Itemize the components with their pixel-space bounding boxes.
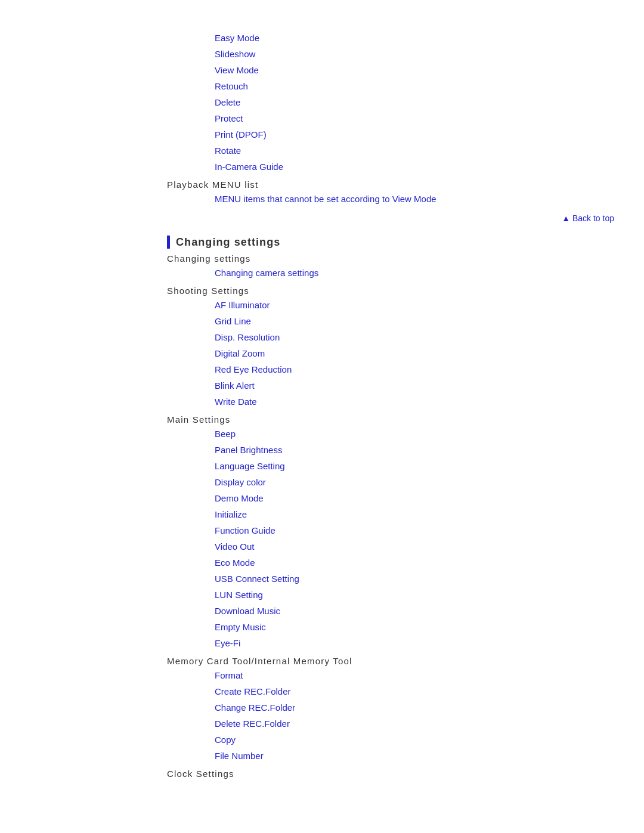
link-panel-brightness[interactable]: Panel Brightness <box>167 442 620 458</box>
link-change-rec-folder[interactable]: Change REC.Folder <box>167 699 620 716</box>
link-format[interactable]: Format <box>167 667 620 683</box>
link-download-music[interactable]: Download Music <box>167 603 620 619</box>
link-changing-camera-settings[interactable]: Changing camera settings <box>167 265 620 281</box>
changing-settings-title-row: Changing settings <box>167 236 620 249</box>
changing-settings-intro: Changing settings Changing camera settin… <box>167 253 620 281</box>
page-container: Easy Mode Slideshow View Mode Retouch De… <box>0 18 644 795</box>
link-lun-setting[interactable]: LUN Setting <box>167 587 620 603</box>
main-settings-section: Main Settings Beep Panel Brightness Lang… <box>167 414 620 651</box>
link-red-eye-reduction[interactable]: Red Eye Reduction <box>167 361 620 377</box>
link-protect[interactable]: Protect <box>167 110 620 126</box>
link-demo-mode[interactable]: Demo Mode <box>167 490 620 506</box>
link-digital-zoom[interactable]: Digital Zoom <box>167 345 620 361</box>
link-easy-mode[interactable]: Easy Mode <box>167 30 620 46</box>
link-rotate[interactable]: Rotate <box>167 143 620 159</box>
link-af-illuminator[interactable]: AF Illuminator <box>167 297 620 313</box>
link-copy[interactable]: Copy <box>167 732 620 748</box>
link-display-color[interactable]: Display color <box>167 474 620 490</box>
link-retouch[interactable]: Retouch <box>167 78 620 94</box>
changing-settings-title: Changing settings <box>176 236 280 249</box>
playback-links-section: Easy Mode Slideshow View Mode Retouch De… <box>167 30 620 175</box>
shooting-settings-section: Shooting Settings AF Illuminator Grid Li… <box>167 286 620 410</box>
section-title-bar <box>167 236 170 249</box>
back-to-top-container: Back to top <box>167 213 620 224</box>
link-function-guide[interactable]: Function Guide <box>167 522 620 538</box>
link-delete-rec-folder[interactable]: Delete REC.Folder <box>167 716 620 732</box>
link-initialize[interactable]: Initialize <box>167 506 620 522</box>
memory-card-header: Memory Card Tool/Internal Memory Tool <box>167 656 620 666</box>
playback-menu-section: Playback MENU list MENU items that canno… <box>167 179 620 207</box>
link-in-camera-guide[interactable]: In-Camera Guide <box>167 159 620 175</box>
link-file-number[interactable]: File Number <box>167 748 620 764</box>
back-to-top-link[interactable]: Back to top <box>562 213 614 223</box>
link-write-date[interactable]: Write Date <box>167 394 620 410</box>
link-menu-items-view-mode[interactable]: MENU items that cannot be set according … <box>167 191 620 207</box>
link-view-mode[interactable]: View Mode <box>167 62 620 78</box>
link-blink-alert[interactable]: Blink Alert <box>167 377 620 394</box>
link-empty-music[interactable]: Empty Music <box>167 619 620 635</box>
link-print-dpof[interactable]: Print (DPOF) <box>167 126 620 143</box>
link-video-out[interactable]: Video Out <box>167 538 620 555</box>
link-beep[interactable]: Beep <box>167 426 620 442</box>
memory-card-section: Memory Card Tool/Internal Memory Tool Fo… <box>167 656 620 764</box>
link-delete[interactable]: Delete <box>167 94 620 110</box>
shooting-settings-header: Shooting Settings <box>167 286 620 296</box>
link-eco-mode[interactable]: Eco Mode <box>167 555 620 571</box>
link-language-setting[interactable]: Language Setting <box>167 458 620 474</box>
main-settings-header: Main Settings <box>167 414 620 425</box>
link-create-rec-folder[interactable]: Create REC.Folder <box>167 683 620 699</box>
clock-settings-header: Clock Settings <box>167 769 620 779</box>
link-usb-connect-setting[interactable]: USB Connect Setting <box>167 571 620 587</box>
link-slideshow[interactable]: Slideshow <box>167 46 620 62</box>
playback-menu-header: Playback MENU list <box>167 179 620 190</box>
link-eye-fi[interactable]: Eye-Fi <box>167 635 620 651</box>
link-disp-resolution[interactable]: Disp. Resolution <box>167 329 620 345</box>
link-grid-line[interactable]: Grid Line <box>167 313 620 329</box>
clock-settings-section: Clock Settings <box>167 769 620 779</box>
changing-settings-header: Changing settings <box>167 253 620 264</box>
